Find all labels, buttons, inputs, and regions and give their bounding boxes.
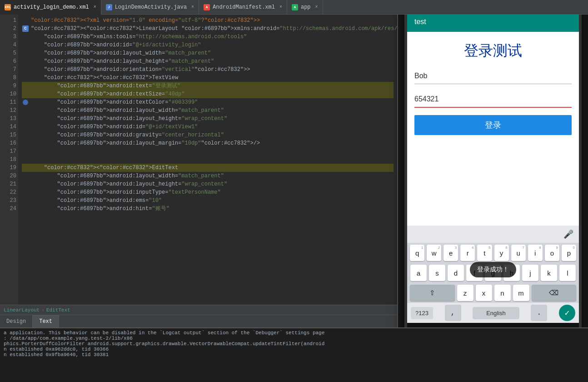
phone-toolbar: test — [407, 15, 579, 32]
c-icon: C — [22, 25, 29, 32]
code-line-1: "color:#cc7832"><?xml version="1.0" enco… — [22, 16, 394, 25]
code-text-2: "color:#cc7832"><"color:#cc7832">LinearL… — [31, 25, 397, 33]
code-text-13: "color:#6897bb">android:layout_height="w… — [31, 115, 227, 123]
code-line-20: "color:#6897bb">android:layout_width="ma… — [22, 172, 394, 180]
line-num-19: 19 — [4, 164, 16, 172]
breadcrumb-item[interactable]: LinearLayout — [4, 307, 40, 313]
password-input[interactable] — [414, 91, 572, 108]
tab-xml[interactable]: XMLactivity_login_demo.xml× — [0, 0, 101, 15]
backspace-key[interactable]: ⌫ — [532, 285, 577, 301]
line-num-2: 2 — [4, 25, 16, 33]
phone-nav-bar: ◁ ○ □ — [407, 323, 579, 327]
bottom-tab-text[interactable]: Text — [33, 315, 59, 327]
code-text-11: "color:#6897bb">android:textColor="#0033… — [31, 98, 198, 106]
tab-close-manifest[interactable]: × — [279, 5, 282, 10]
tab-label-app: app — [301, 4, 311, 10]
phone-keyboard[interactable]: 🎤 1q2w3e4r5t6y7u8i9o0p asdfghjkl ⇧zxnm⌫ … — [407, 226, 579, 323]
period-key[interactable]: . — [531, 305, 547, 321]
line-num-15: 15 — [4, 131, 16, 139]
code-line-10: "color:#6897bb">android:textSize="40dp" — [22, 90, 394, 98]
debug-icon — [23, 100, 28, 105]
key-k[interactable]: k — [541, 265, 557, 281]
code-text-22: "color:#6897bb">android:inputType="textP… — [31, 188, 221, 196]
key-q[interactable]: 1q — [410, 245, 424, 261]
tab-close-java[interactable]: × — [191, 5, 194, 10]
key-d[interactable]: d — [448, 265, 464, 281]
line-num-17: 17 — [4, 147, 16, 156]
line-num-3: 3 — [4, 33, 16, 41]
tab-manifest[interactable]: AAndroidManifest.xml× — [199, 0, 287, 15]
key-w[interactable]: 2w — [427, 245, 441, 261]
line-num-12: 12 — [4, 106, 16, 115]
line-num-24: 24 — [4, 205, 16, 213]
key-i[interactable]: 8i — [528, 245, 543, 261]
key-p[interactable]: 0p — [562, 245, 576, 261]
code-line-17 — [22, 147, 394, 156]
phone-container: ▲▲ ⊿ ▐ 1:29 test 登录测试 登录 🎤 — [397, 15, 588, 327]
line-num-23: 23 — [4, 196, 16, 205]
username-input[interactable] — [414, 68, 572, 84]
code-text-4: "color:#6897bb">android:id="@+id/activit… — [31, 41, 201, 49]
toast-message: 登录成功！ — [470, 262, 516, 277]
code-content[interactable]: "color:#cc7832"><?xml version="1.0" enco… — [18, 15, 397, 305]
key-x[interactable]: x — [476, 285, 492, 301]
key-a[interactable]: a — [410, 265, 427, 281]
tab-close-xml[interactable]: × — [94, 5, 96, 10]
key-o[interactable]: 9o — [545, 245, 559, 261]
tab-close-app[interactable]: × — [315, 5, 318, 10]
key-num-hint: 1 — [421, 246, 423, 250]
code-text-6: "color:#6897bb">android:layout_height="m… — [31, 57, 214, 65]
comma-key[interactable]: , — [445, 305, 461, 321]
line-num-1: 1 — [4, 16, 16, 25]
key-y[interactable]: 6y — [494, 245, 509, 261]
key-m[interactable]: m — [513, 285, 529, 301]
line-num-10: 10 — [4, 90, 16, 98]
tab-app[interactable]: Aapp× — [287, 0, 323, 15]
line-numbers: 123456789101112131415161718192021222324 — [0, 15, 18, 305]
key-s[interactable]: s — [429, 265, 445, 281]
console-line: n established 0xa962ddc0, tid 30366 — [4, 347, 584, 352]
code-line-18 — [22, 156, 394, 164]
key-l[interactable]: l — [559, 265, 576, 281]
tab-java[interactable]: JLoginDemoActivity.java× — [101, 0, 199, 15]
tab-bar: XMLactivity_login_demo.xml×JLoginDemoAct… — [0, 0, 588, 15]
enter-key[interactable]: ✓ — [559, 305, 575, 321]
breadcrumb-item-2[interactable]: EditText — [46, 307, 70, 313]
code-line-22: "color:#6897bb">android:inputType="textP… — [22, 188, 394, 196]
key-z[interactable]: z — [457, 285, 473, 301]
line-num-13: 13 — [4, 115, 16, 123]
code-editor: 123456789101112131415161718192021222324 … — [0, 15, 397, 327]
tab-icon-xml: XML — [5, 4, 11, 10]
key-t[interactable]: 5t — [477, 245, 492, 261]
code-line-5: "color:#6897bb">android:layout_width="ma… — [22, 49, 394, 57]
bottom-tabs: DesignText — [0, 315, 397, 327]
num-switch-btn[interactable]: ?123 — [411, 307, 433, 319]
key-n[interactable]: n — [494, 285, 511, 301]
line-num-14: 14 — [4, 123, 16, 131]
key-u[interactable]: 7u — [511, 245, 526, 261]
code-text-21: "color:#6897bb">android:layout_height="w… — [31, 180, 227, 188]
keyboard-top-bar: 🎤 — [407, 226, 579, 243]
tab-label-xml: activity_login_demo.xml — [14, 4, 89, 10]
console-area: a application. This behavior can be disa… — [0, 327, 588, 382]
shift-key[interactable]: ⇧ — [410, 285, 455, 301]
key-num-hint: 2 — [438, 246, 440, 250]
keyboard-row-3: ⇧zxnm⌫ — [407, 283, 579, 303]
code-text-23: "color:#6897bb">android:ems="10" — [31, 196, 162, 205]
language-key[interactable]: English — [473, 307, 519, 319]
keyboard-row-1: 1q2w3e4r5t6y7u8i9o0p — [407, 243, 579, 263]
app-title: 登录测试 — [464, 41, 522, 61]
key-r[interactable]: 4r — [460, 245, 475, 261]
code-line-23: "color:#6897bb">android:ems="10" — [22, 196, 394, 205]
key-num-hint: 7 — [522, 246, 524, 250]
console-line: n established 0x9fba9640, tid 30381 — [4, 352, 584, 357]
key-e[interactable]: 3e — [443, 245, 458, 261]
phone-content: 登录测试 登录 — [407, 32, 579, 226]
mic-icon[interactable]: 🎤 — [563, 229, 573, 239]
code-line-3: "color:#6897bb">xmlns:tools="http://sche… — [22, 33, 394, 41]
login-button[interactable]: 登录 — [414, 115, 572, 135]
bottom-tab-design[interactable]: Design — [0, 315, 33, 327]
key-j[interactable]: j — [522, 265, 538, 281]
key-num-hint: 0 — [573, 246, 575, 250]
line-num-11: 11 — [4, 98, 16, 106]
